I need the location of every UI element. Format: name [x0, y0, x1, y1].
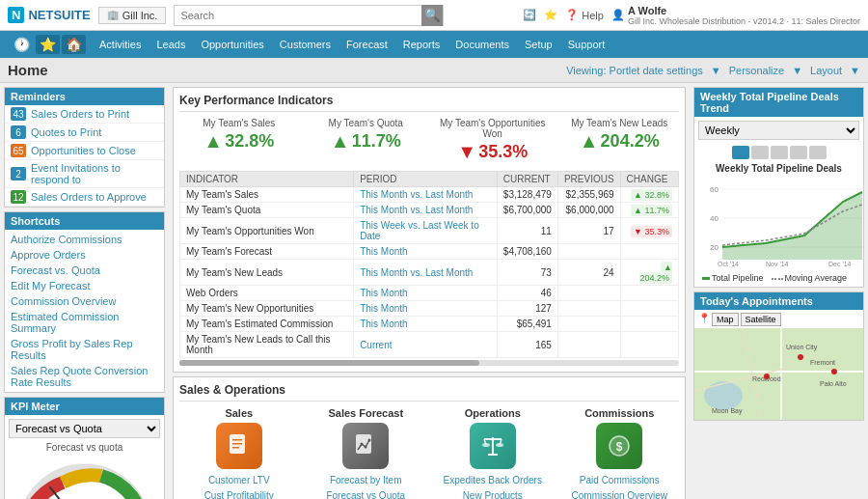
nav-links: Activities Leads Opportunities Customers… — [92, 31, 612, 58]
kpi-sales-label: My Team's Sales — [179, 118, 299, 128]
refresh-item[interactable]: 🔄 — [523, 9, 536, 21]
period-cell[interactable]: This Month vs. Last Month — [354, 260, 498, 286]
list-item[interactable]: Customer LTV — [179, 473, 299, 488]
shortcut-link[interactable]: Gross Profit by Sales Rep Results — [11, 338, 133, 361]
nav-activities[interactable]: Activities — [92, 31, 149, 58]
reminder-label[interactable]: Sales Orders to Approve — [31, 191, 147, 203]
help-item[interactable]: ❓ Help — [565, 9, 604, 21]
shortcut-link[interactable]: Commission Overview — [11, 295, 116, 307]
list-item[interactable]: Commission Overview — [560, 488, 680, 499]
viewing-label[interactable]: Viewing: Portlet date settings — [566, 65, 703, 76]
period-cell[interactable]: This Month — [354, 301, 498, 317]
shortcut-link[interactable]: Sales Rep Quote Conversion Rate Results — [11, 365, 148, 388]
star-item[interactable]: ⭐ — [544, 9, 557, 21]
chart-icon-line[interactable] — [732, 146, 749, 159]
personalize-button[interactable]: Personalize — [729, 65, 784, 76]
user-item[interactable]: 👤 A Wolfe Gill Inc. Wholesale Distributi… — [611, 5, 860, 26]
search-button[interactable]: 🔍 — [421, 5, 443, 26]
list-item[interactable]: Sales Rep Quote Conversion Rate Results — [5, 363, 164, 390]
list-item[interactable]: Forecast vs. Quota — [5, 263, 164, 278]
nav-reports[interactable]: Reports — [395, 31, 448, 58]
list-item[interactable]: Commission Overview — [5, 293, 164, 309]
indicator-cell[interactable]: Web Orders — [180, 286, 354, 301]
indicator-cell[interactable]: My Team's Forecast — [180, 244, 354, 260]
sales-icon[interactable] — [216, 423, 262, 469]
shortcut-link[interactable]: Approve Orders — [11, 249, 86, 261]
period-cell[interactable]: Current — [354, 332, 498, 358]
reminder-label[interactable]: Opportunities to Close — [31, 145, 136, 156]
commissions-icon[interactable]: $ — [596, 423, 642, 469]
satellite-button[interactable]: Satellite — [741, 313, 781, 326]
nav-setup[interactable]: Setup — [517, 31, 560, 58]
kpi-panel: Key Performance Indicators My Team's Sal… — [173, 87, 686, 373]
table-scrollbar[interactable] — [179, 360, 679, 366]
indicator-cell[interactable]: My Team's Opportunities Won — [180, 218, 354, 244]
period-cell[interactable]: This Month — [354, 317, 498, 332]
indicator-cell[interactable]: My Team's Sales — [180, 187, 354, 203]
indicator-cell[interactable]: My Team's New Leads — [180, 260, 354, 286]
reminder-label[interactable]: Quotes to Print — [31, 126, 101, 138]
list-item[interactable]: Paid Commissions — [560, 473, 680, 488]
home-nav-icon[interactable]: 🏠 — [62, 35, 86, 54]
list-item[interactable]: New Products — [433, 488, 553, 499]
indicator-cell[interactable]: My Team's Quota — [180, 203, 354, 218]
weekly-dropdown[interactable]: Weekly — [698, 121, 859, 140]
list-item[interactable]: Expedites Back Orders — [433, 473, 553, 488]
change-cell: ▲ 32.8% — [620, 187, 678, 203]
indicator-cell[interactable]: My Team's New Opportunities — [180, 301, 354, 317]
company-tab[interactable]: 🏢 Gill Inc. — [98, 7, 167, 24]
nav-leads[interactable]: Leads — [149, 31, 193, 58]
map-area[interactable]: Union City Fremont Redwood Moon Bay Palo… — [694, 328, 863, 420]
search-input[interactable] — [175, 10, 421, 21]
list-item[interactable]: Estimated Commission Summary — [5, 309, 164, 336]
layout-button[interactable]: Layout — [810, 65, 842, 76]
period-cell[interactable]: This Month — [354, 286, 498, 301]
ops-icon[interactable] — [470, 423, 516, 469]
list-item[interactable]: Cust Profitability — [179, 488, 299, 499]
reminder-label[interactable]: Sales Orders to Print — [31, 108, 129, 120]
nav-forecast[interactable]: Forecast — [339, 31, 395, 58]
list-item[interactable]: 6 Quotes to Print — [5, 124, 164, 142]
period-cell[interactable]: This Month vs. Last Month — [354, 187, 498, 203]
period-cell[interactable]: This Month — [354, 244, 498, 260]
col-indicator: INDICATOR — [180, 172, 354, 187]
indicator-cell[interactable]: My Team's New Leads to Call this Month — [180, 332, 354, 358]
nav-opportunities[interactable]: Opportunities — [193, 31, 271, 58]
list-item[interactable]: Approve Orders — [5, 247, 164, 263]
kpi-table-scroll[interactable]: INDICATOR PERIOD CURRENT PREVIOUS CHANGE… — [179, 171, 679, 366]
chart-icon-bar[interactable] — [751, 146, 769, 159]
svg-text:$: $ — [616, 440, 623, 454]
list-item[interactable]: Forecast by Item — [307, 473, 426, 488]
nav-customers[interactable]: Customers — [272, 31, 339, 58]
chart-icon-area[interactable] — [771, 146, 788, 159]
period-cell[interactable]: This Month vs. Last Month — [354, 203, 498, 218]
list-item[interactable]: 2 Event Invitations to respond to — [5, 160, 164, 188]
clock-icon[interactable]: 🕐 — [10, 35, 34, 54]
chart-icon-table[interactable] — [790, 146, 807, 159]
list-item[interactable]: Forecast vs Quota — [307, 488, 426, 499]
list-item[interactable]: Gross Profit by Sales Rep Results — [5, 336, 164, 363]
page-header: Home Viewing: Portlet date settings ▼ Pe… — [0, 58, 868, 83]
table-row: My Team's Quota This Month vs. Last Mont… — [180, 203, 679, 218]
nav-support[interactable]: Support — [560, 31, 613, 58]
list-item[interactable]: Authorize Commissions — [5, 232, 164, 247]
kpi-opp-num: 35.3% — [478, 142, 528, 162]
reminder-label[interactable]: Event Invitations to respond to — [31, 162, 158, 185]
list-item[interactable]: Edit My Forecast — [5, 278, 164, 293]
kpi-dropdown[interactable]: Forecast vs Quota — [9, 419, 160, 438]
indicator-cell[interactable]: My Team's Estimated Commission — [180, 317, 354, 332]
help-label: Help — [582, 10, 604, 21]
list-item[interactable]: 43 Sales Orders to Print — [5, 105, 164, 124]
list-item[interactable]: 65 Opportunities to Close — [5, 142, 164, 160]
period-cell[interactable]: This Week vs. Last Week to Date — [354, 218, 498, 244]
chart-icon-other[interactable] — [809, 146, 827, 159]
nav-documents[interactable]: Documents — [448, 31, 517, 58]
forecast-icon[interactable] — [342, 423, 389, 469]
shortcut-link[interactable]: Estimated Commission Summary — [11, 311, 119, 334]
shortcut-link[interactable]: Edit My Forecast — [11, 280, 91, 291]
shortcut-link[interactable]: Forecast vs. Quota — [11, 264, 100, 276]
map-button[interactable]: Map — [712, 313, 739, 326]
star-nav-icon[interactable]: ⭐ — [36, 35, 60, 54]
list-item[interactable]: 12 Sales Orders to Approve — [5, 188, 164, 207]
shortcut-link[interactable]: Authorize Commissions — [11, 234, 122, 245]
